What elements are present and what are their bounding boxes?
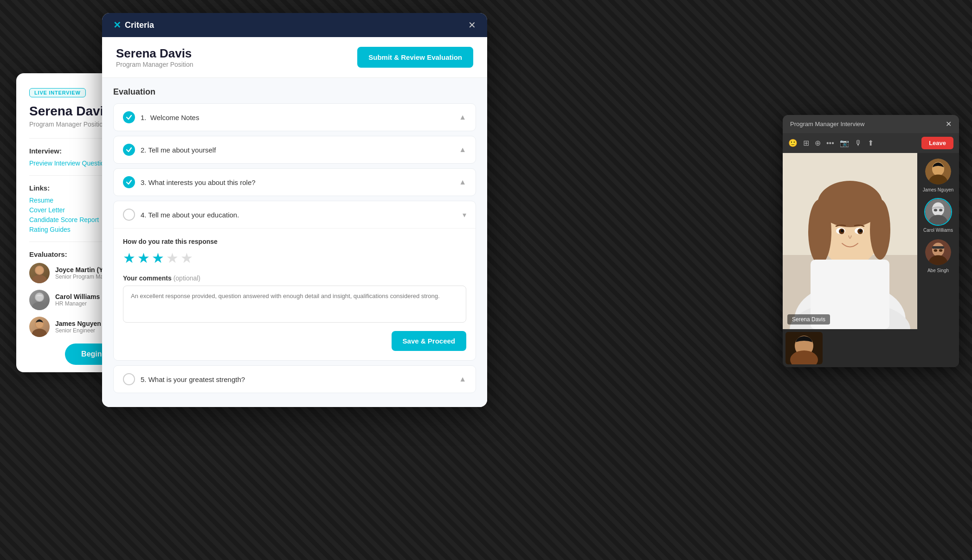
modal-close-button[interactable]: ✕ <box>468 19 476 31</box>
avatar-james <box>29 317 50 337</box>
modal-candidate-name: Serena Davis <box>116 46 193 61</box>
avatar-joyce <box>29 263 50 283</box>
svg-point-36 <box>939 209 942 211</box>
svg-point-17 <box>820 183 880 216</box>
leave-button[interactable]: Leave <box>921 137 953 149</box>
question-4[interactable]: 4. Tell me about your education. ▾ How d… <box>113 201 476 361</box>
criteria-logo-text: Criteria <box>125 20 154 30</box>
comments-textarea[interactable] <box>123 286 466 323</box>
video-call-panel: Program Manager Interview ✕ 🙂 ⊞ ⊕ ••• 📷 … <box>783 115 959 367</box>
grid-icon[interactable]: ⊞ <box>803 139 809 147</box>
star-rating[interactable]: ★ ★ ★ ★ ★ <box>123 250 466 266</box>
question-2[interactable]: 2. Tell me about yourself ▲ <box>113 136 476 164</box>
emoji-icon[interactable]: 🙂 <box>788 139 798 147</box>
video-participants: James Nguyen Carol Williams <box>917 153 959 367</box>
question-5-circle <box>123 373 135 385</box>
participant-abe: Abe Singh <box>924 238 952 273</box>
question-4-circle <box>123 209 135 221</box>
evaluator-james-name: James Nguyen <box>55 320 101 327</box>
participant-james: James Nguyen <box>923 158 954 192</box>
avatar-carol <box>29 290 50 310</box>
star-1[interactable]: ★ <box>123 250 135 266</box>
evaluation-title: Evaluation <box>113 87 476 97</box>
svg-point-4 <box>32 302 47 310</box>
question-1-text: 1. Welcome Notes <box>141 114 199 121</box>
star-3[interactable]: ★ <box>152 250 164 266</box>
svg-point-7 <box>32 329 47 337</box>
question-4-expanded: How do you rate this response ★ ★ ★ ★ ★ … <box>114 228 476 360</box>
comments-label: Your comments (optional) <box>123 274 466 282</box>
avatar-james-video <box>924 158 952 185</box>
participant-carol: Carol Williams <box>923 198 953 233</box>
svg-point-42 <box>939 249 942 252</box>
svg-point-2 <box>36 267 43 274</box>
video-name-tag: Serena Davis <box>787 314 830 325</box>
avatar-abe-video <box>924 238 952 266</box>
question-1-header[interactable]: 1. Welcome Notes ▲ <box>114 104 476 131</box>
video-main-area: Serena Davis <box>783 153 917 367</box>
question-2-check <box>123 144 135 156</box>
evaluator-carol-name: Carol Williams <box>55 293 100 300</box>
star-4[interactable]: ★ <box>166 250 179 266</box>
evaluation-content: Evaluation 1. Welcome Notes ▲ <box>102 78 487 407</box>
modal-subheader: Serena Davis Program Manager Position Su… <box>102 37 487 78</box>
question-5-text: 5. What is your greatest strength? <box>141 375 245 383</box>
svg-point-5 <box>36 293 43 301</box>
mic-icon[interactable]: 🎙 <box>855 139 862 147</box>
question-5-header[interactable]: 5. What is your greatest strength? ▲ <box>114 366 476 393</box>
add-icon[interactable]: ⊕ <box>815 139 821 147</box>
svg-point-38 <box>932 242 944 256</box>
submit-review-button[interactable]: Submit & Review Evaluation <box>357 47 473 68</box>
star-5[interactable]: ★ <box>180 250 193 266</box>
svg-point-35 <box>934 209 937 211</box>
video-title: Program Manager Interview <box>790 121 864 127</box>
question-1[interactable]: 1. Welcome Notes ▲ <box>113 103 476 131</box>
question-4-text: 4. Tell me about your education. <box>141 211 239 219</box>
share-icon[interactable]: ⬆ <box>868 139 874 147</box>
participant-abe-name: Abe Singh <box>927 268 949 273</box>
question-5[interactable]: 5. What is your greatest strength? ▲ <box>113 365 476 393</box>
live-badge: LIVE INTERVIEW <box>29 88 86 97</box>
video-main: Serena Davis <box>783 153 917 329</box>
svg-point-22 <box>841 229 843 232</box>
participant-carol-name: Carol Williams <box>923 228 953 233</box>
evaluator-james-role: Senior Engineer <box>55 327 101 334</box>
evaluator-carol-role: HR Manager <box>55 300 100 307</box>
question-2-chevron: ▲ <box>459 146 466 154</box>
rating-label: How do you rate this response <box>123 238 466 245</box>
modal-header: ✕ Criteria ✕ <box>102 13 487 37</box>
question-1-check <box>123 111 135 123</box>
question-4-header[interactable]: 4. Tell me about your education. ▾ <box>114 201 476 228</box>
question-5-chevron: ▲ <box>459 375 466 383</box>
participant-james-name: James Nguyen <box>923 187 954 192</box>
question-1-chevron: ▲ <box>459 113 466 121</box>
comments-optional: (optional) <box>174 274 200 282</box>
evaluation-modal: ✕ Criteria ✕ Serena Davis Program Manage… <box>102 13 487 407</box>
question-3[interactable]: 3. What interests you about this role? ▲ <box>113 168 476 196</box>
video-toolbar: 🙂 ⊞ ⊕ ••• 📷 🎙 ⬆ Leave <box>783 133 959 153</box>
question-3-text: 3. What interests you about this role? <box>141 178 256 186</box>
svg-point-41 <box>934 249 937 252</box>
question-4-chevron: ▾ <box>463 210 466 219</box>
avatar-carol-video <box>924 198 952 226</box>
question-3-check <box>123 176 135 188</box>
svg-point-23 <box>859 229 862 232</box>
question-2-header[interactable]: 2. Tell me about yourself ▲ <box>114 136 476 163</box>
svg-point-33 <box>932 202 944 216</box>
question-3-header[interactable]: 3. What interests you about this role? ▲ <box>114 169 476 196</box>
svg-point-1 <box>32 275 47 283</box>
modal-candidate-position: Program Manager Position <box>116 61 193 68</box>
video-close-button[interactable]: ✕ <box>946 120 952 128</box>
camera-icon[interactable]: 📷 <box>840 139 849 147</box>
save-proceed-button[interactable]: Save & Proceed <box>392 331 466 351</box>
modal-logo: ✕ Criteria <box>113 19 154 31</box>
question-2-text: 2. Tell me about yourself <box>141 146 216 154</box>
question-3-chevron: ▲ <box>459 178 466 186</box>
criteria-logo-icon: ✕ <box>113 19 121 31</box>
more-icon[interactable]: ••• <box>826 139 834 147</box>
video-body: Serena Davis <box>783 153 959 367</box>
svg-rect-40 <box>932 246 944 249</box>
star-2[interactable]: ★ <box>137 250 150 266</box>
video-header: Program Manager Interview ✕ <box>783 115 959 133</box>
